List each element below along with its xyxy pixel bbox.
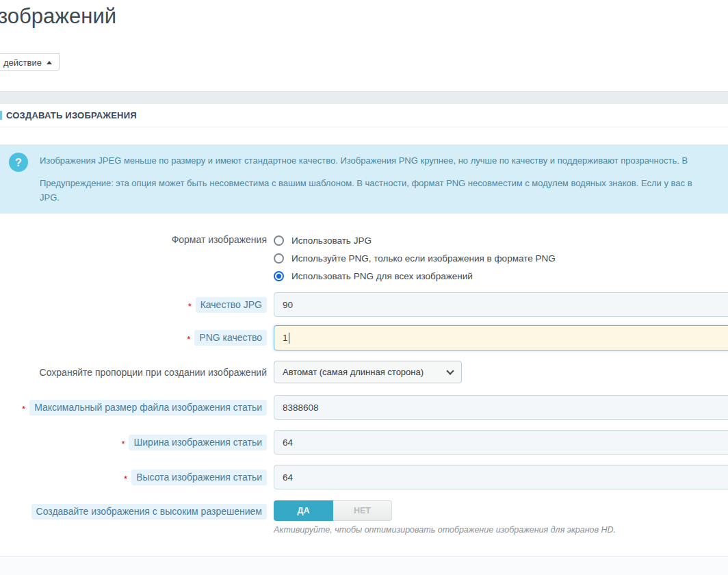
form-row-image-format: Формат изображения Использовать JPG Испо… <box>0 231 728 285</box>
required-mark: * <box>188 301 192 311</box>
required-mark: * <box>187 334 190 344</box>
article-height-label: Высота изображения статьи <box>131 470 267 485</box>
chevron-down-icon <box>446 367 454 374</box>
image-format-label: Формат изображения <box>172 234 267 245</box>
form-row-keep-ratio: Сохраняйте пропорции при создании изобра… <box>0 361 728 383</box>
required-mark: * <box>124 474 127 484</box>
keep-ratio-selected-option: Автомат (самая длинная сторона) <box>283 367 424 377</box>
alert-info-line: Изображения JPEG меньше по размеру и име… <box>40 153 728 168</box>
form-row-article-width: * Ширина изображения статьи <box>0 430 728 455</box>
max-file-size-input[interactable] <box>274 395 728 420</box>
png-quality-value: 1 <box>283 333 288 343</box>
required-mark: * <box>22 404 25 414</box>
caret-up-icon <box>47 61 52 64</box>
radio-icon[interactable] <box>274 253 284 264</box>
alert-warning-line1: Предупреждение: эта опция может быть нес… <box>40 176 728 190</box>
image-settings-form: Формат изображения Использовать JPG Испо… <box>0 231 728 535</box>
radio-icon-checked[interactable] <box>274 271 284 281</box>
toggle-yes-button[interactable]: ДА <box>274 500 333 521</box>
required-mark: * <box>121 439 125 449</box>
article-height-input[interactable] <box>274 465 728 489</box>
form-row-article-height: * Высота изображения статьи <box>0 465 728 489</box>
alert-warning-line2: JPG. <box>40 190 728 205</box>
png-quality-input[interactable]: 1 <box>274 325 728 350</box>
toggle-no-button[interactable]: НЕТ <box>333 500 392 521</box>
keep-ratio-label: Сохраняйте пропорции при создании изобра… <box>40 367 267 378</box>
radio-option-use-jpg[interactable]: Использовать JPG <box>274 231 372 249</box>
jpg-quality-input[interactable] <box>274 292 728 317</box>
bulk-action-label: действие <box>3 58 42 68</box>
article-width-label: Ширина изображения статьи <box>129 435 267 450</box>
keep-ratio-select[interactable]: Автомат (самая длинная сторона) <box>274 361 462 383</box>
radio-option-png-for-all[interactable]: Использовать PNG для всех изображений <box>274 267 473 285</box>
hd-images-help-text: Активируйте, чтобы оптимизировать отобра… <box>274 525 616 535</box>
article-width-input[interactable] <box>274 430 728 455</box>
form-row-hd-images: Создавайте изображения с высоким разреше… <box>0 500 728 535</box>
hd-images-label: Создавайте изображения с высоким разреше… <box>31 504 267 520</box>
hd-images-toggle: ДА НЕТ <box>274 500 392 521</box>
jpg-quality-label: Качество JPG <box>196 297 267 313</box>
question-icon: ? <box>9 153 28 172</box>
form-row-max-file-size: * Максимальный размер файла изображения … <box>0 395 728 420</box>
panel-header: СОЗДАВАТЬ ИЗОБРАЖЕНИЯ <box>0 104 728 127</box>
info-alert: ? Изображения JPEG меньше по размеру и и… <box>0 144 728 214</box>
radio-option-png-only-if-png[interactable]: Используйте PNG, только если изображения… <box>274 249 556 267</box>
picture-icon <box>0 111 2 120</box>
page-title: зображений <box>0 0 116 33</box>
max-file-size-label: Максимальный размер файла изображения ст… <box>29 400 267 416</box>
form-row-png-quality: * PNG качество 1 <box>0 325 728 350</box>
text-cursor <box>289 333 289 344</box>
page-viewport: зображений действие СОЗДАВАТЬ ИЗОБРАЖЕНИ… <box>0 0 728 575</box>
bulk-action-button[interactable]: действие <box>0 53 60 71</box>
form-row-jpg-quality: * Качество JPG <box>0 292 728 317</box>
page-background-strip <box>0 91 728 104</box>
panel-title: СОЗДАВАТЬ ИЗОБРАЖЕНИЯ <box>6 110 137 120</box>
png-quality-label: PNG качество <box>194 330 267 346</box>
radio-icon[interactable] <box>274 235 284 246</box>
panel-footer <box>0 556 728 575</box>
generate-images-panel: СОЗДАВАТЬ ИЗОБРАЖЕНИЯ ? Изображения JPEG… <box>0 104 728 556</box>
